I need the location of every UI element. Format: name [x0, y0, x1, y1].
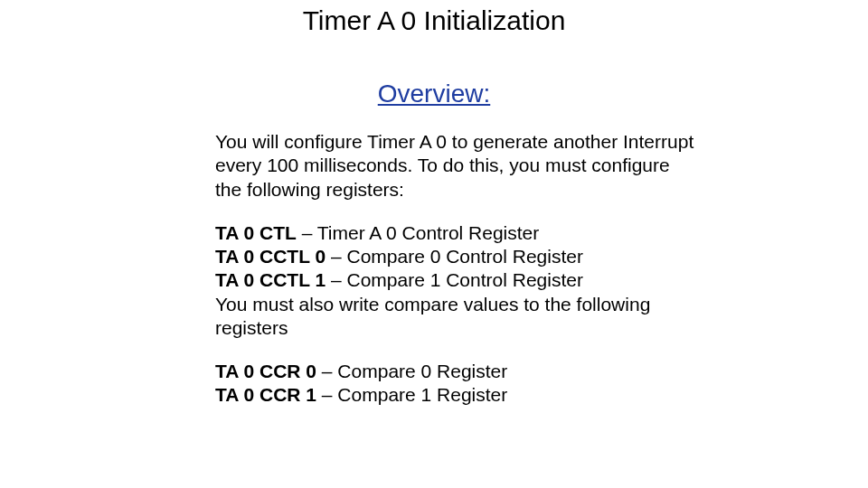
slide-title: Timer A 0 Initialization [0, 5, 868, 36]
intro-paragraph: You will configure Timer A 0 to generate… [215, 130, 694, 202]
slide-body: You will configure Timer A 0 to generate… [215, 130, 694, 408]
register-block-1: TA 0 CTL – Timer A 0 Control Register TA… [215, 221, 694, 340]
reg-desc: – Compare 0 Control Register [326, 246, 583, 267]
reg-desc: – Compare 1 Register [316, 384, 507, 405]
register-block-2: TA 0 CCR 0 – Compare 0 Register TA 0 CCR… [215, 360, 694, 408]
tail-text: You must also write compare values to th… [215, 294, 650, 338]
slide-subtitle: Overview: [0, 80, 868, 108]
reg-name: TA 0 CTL [215, 222, 297, 243]
reg-name: TA 0 CCTL 1 [215, 269, 326, 290]
reg-desc: – Timer A 0 Control Register [297, 222, 539, 243]
reg-name: TA 0 CCR 0 [215, 361, 316, 381]
reg-desc: – Compare 0 Register [316, 361, 507, 381]
reg-name: TA 0 CCR 1 [215, 384, 316, 405]
slide: Timer A 0 Initialization Overview: You w… [0, 0, 868, 488]
reg-name: TA 0 CCTL 0 [215, 246, 326, 267]
reg-desc: – Compare 1 Control Register [326, 269, 583, 290]
